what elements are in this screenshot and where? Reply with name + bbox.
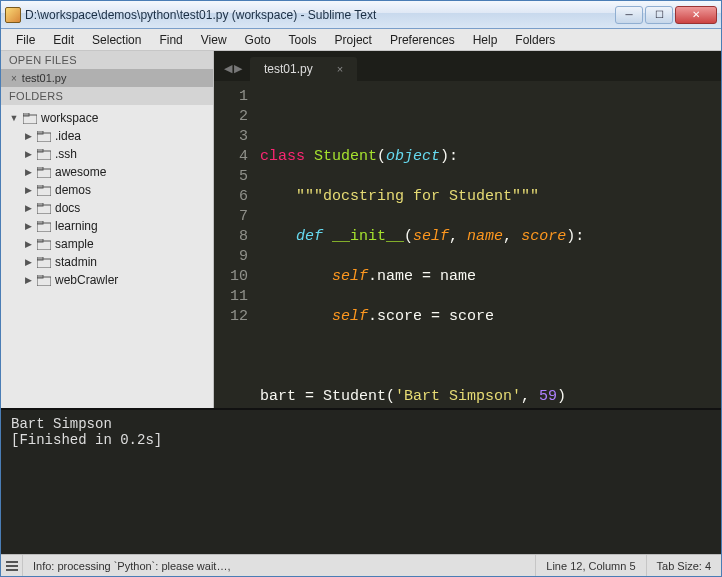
nav-forward-icon[interactable]: ▶	[234, 62, 242, 75]
status-info: Info: processing `Python`: please wait…,	[23, 555, 536, 576]
menu-find[interactable]: Find	[150, 31, 191, 49]
code-lines[interactable]: class Student(object): """docstring for …	[260, 87, 721, 408]
menu-edit[interactable]: Edit	[44, 31, 83, 49]
chevron-right-icon[interactable]: ▶	[23, 239, 33, 249]
editor-area: ◀ ▶ test01.py × 123456789101112 class St…	[214, 51, 721, 408]
folder-tree: ▼ workspace ▶.idea▶.ssh▶awesome▶demos▶do…	[1, 105, 213, 408]
folder-label: .ssh	[55, 147, 77, 161]
console-line: Bart Simpson	[11, 416, 711, 432]
menu-project[interactable]: Project	[326, 31, 381, 49]
close-button[interactable]: ✕	[675, 6, 717, 24]
code-line	[260, 347, 721, 367]
menu-goto[interactable]: Goto	[236, 31, 280, 49]
chevron-right-icon[interactable]: ▶	[23, 167, 33, 177]
folder-icon	[37, 149, 51, 160]
code-line: self.score = score	[260, 307, 721, 327]
code-line: class Student(object):	[260, 147, 721, 167]
folder-label: learning	[55, 219, 98, 233]
tab-close-icon[interactable]: ×	[337, 63, 343, 75]
menu-folders[interactable]: Folders	[506, 31, 564, 49]
code-line: bart = Student('Bart Simpson', 59)	[260, 387, 721, 407]
menu-tools[interactable]: Tools	[280, 31, 326, 49]
folder-label: stadmin	[55, 255, 97, 269]
code-line: def __init__(self, name, score):	[260, 227, 721, 247]
folders-header: FOLDERS	[1, 87, 213, 105]
folder-label: demos	[55, 183, 91, 197]
open-file-label: test01.py	[22, 72, 67, 84]
line-gutter: 123456789101112	[214, 87, 260, 408]
folder-label: .idea	[55, 129, 81, 143]
folder-item[interactable]: ▶.idea	[5, 127, 209, 145]
folder-label: sample	[55, 237, 94, 251]
menu-file[interactable]: File	[7, 31, 44, 49]
folder-icon	[37, 275, 51, 286]
folder-item[interactable]: ▶.ssh	[5, 145, 209, 163]
folder-icon	[37, 185, 51, 196]
window-titlebar: D:\workspace\demos\python\test01.py (wor…	[1, 1, 721, 29]
status-position[interactable]: Line 12, Column 5	[536, 555, 646, 576]
chevron-right-icon[interactable]: ▶	[23, 221, 33, 231]
folder-icon	[37, 221, 51, 232]
app-icon	[5, 7, 21, 23]
folder-label: awesome	[55, 165, 106, 179]
folder-label: workspace	[41, 111, 98, 125]
maximize-button[interactable]: ☐	[645, 6, 673, 24]
chevron-right-icon[interactable]: ▶	[23, 185, 33, 195]
chevron-right-icon[interactable]: ▶	[23, 203, 33, 213]
chevron-right-icon[interactable]: ▶	[23, 257, 33, 267]
chevron-right-icon[interactable]: ▶	[23, 149, 33, 159]
folder-item[interactable]: ▶stadmin	[5, 253, 209, 271]
folder-item[interactable]: ▶docs	[5, 199, 209, 217]
open-files-header: OPEN FILES	[1, 51, 213, 69]
folder-icon	[37, 239, 51, 250]
code-editor[interactable]: 123456789101112 class Student(object): "…	[214, 81, 721, 408]
menu-view[interactable]: View	[192, 31, 236, 49]
menu-preferences[interactable]: Preferences	[381, 31, 464, 49]
code-line: self.name = name	[260, 267, 721, 287]
menu-help[interactable]: Help	[464, 31, 507, 49]
folder-item[interactable]: ▶webCrawler	[5, 271, 209, 289]
folder-item[interactable]: ▶awesome	[5, 163, 209, 181]
chevron-right-icon[interactable]: ▶	[23, 275, 33, 285]
console-line: [Finished in 0.2s]	[11, 432, 711, 448]
window-title: D:\workspace\demos\python\test01.py (wor…	[25, 8, 615, 22]
folder-root[interactable]: ▼ workspace	[5, 109, 209, 127]
build-output-panel[interactable]: Bart Simpson [Finished in 0.2s]	[1, 408, 721, 554]
menu-selection[interactable]: Selection	[83, 31, 150, 49]
folder-item[interactable]: ▶demos	[5, 181, 209, 199]
folder-icon	[37, 131, 51, 142]
minimize-button[interactable]: ─	[615, 6, 643, 24]
chevron-down-icon[interactable]: ▼	[9, 113, 19, 123]
folder-icon	[37, 167, 51, 178]
sidebar: OPEN FILES × test01.py FOLDERS ▼ workspa…	[1, 51, 214, 408]
code-line	[260, 107, 721, 127]
menu-bar: File Edit Selection Find View Goto Tools…	[1, 29, 721, 51]
open-file-item[interactable]: × test01.py	[1, 69, 213, 87]
status-bar: Info: processing `Python`: please wait…,…	[1, 554, 721, 576]
tab-test01[interactable]: test01.py ×	[250, 57, 357, 81]
panel-switcher-icon[interactable]	[1, 555, 23, 576]
code-line: """docstring for Student"""	[260, 187, 721, 207]
folder-label: webCrawler	[55, 273, 118, 287]
folder-icon	[23, 113, 37, 124]
tab-bar: ◀ ▶ test01.py ×	[214, 51, 721, 81]
tab-label: test01.py	[264, 62, 313, 76]
nav-back-icon[interactable]: ◀	[224, 62, 232, 75]
folder-item[interactable]: ▶sample	[5, 235, 209, 253]
status-tabsize[interactable]: Tab Size: 4	[647, 555, 721, 576]
close-icon[interactable]: ×	[11, 73, 17, 84]
folder-item[interactable]: ▶learning	[5, 217, 209, 235]
chevron-right-icon[interactable]: ▶	[23, 131, 33, 141]
folder-icon	[37, 257, 51, 268]
folder-label: docs	[55, 201, 80, 215]
folder-icon	[37, 203, 51, 214]
